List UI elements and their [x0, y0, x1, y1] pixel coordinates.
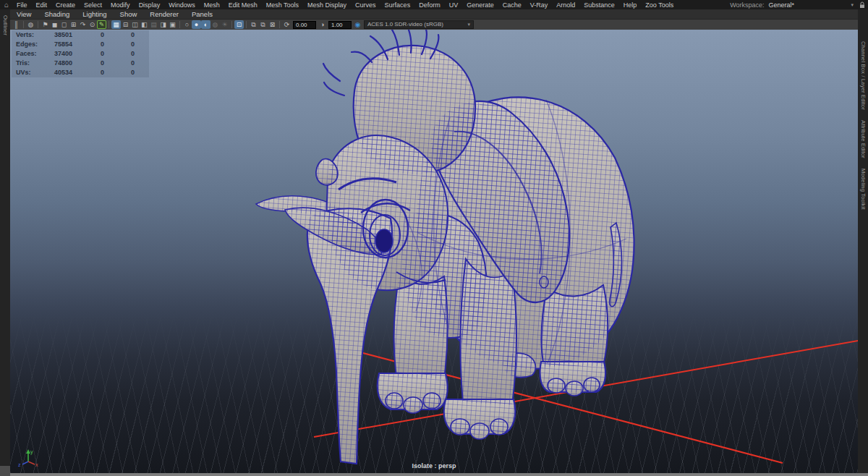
hud-selected: 0 — [72, 68, 104, 77]
shaded-display-icon[interactable]: ● — [192, 20, 201, 29]
panel-menu-lighting[interactable]: Lighting — [76, 10, 113, 18]
select-object-icon[interactable]: ◼ — [50, 20, 59, 29]
menu-generate[interactable]: Generate — [462, 1, 498, 9]
layout-four-pane-icon[interactable]: ⊟ — [121, 20, 130, 29]
bottom-left-corner-button[interactable] — [0, 466, 10, 476]
view-transform-dropdown[interactable]: ACES 1.0 SDR-video (sRGB) ▾ — [364, 20, 474, 29]
menu-cache[interactable]: Cache — [498, 1, 526, 9]
tab-modeling-toolkit[interactable]: Modeling Toolkit — [860, 169, 867, 210]
menu-help[interactable]: Help — [619, 1, 642, 9]
y-axis-label: y — [30, 449, 33, 455]
hud-label: UVs: — [12, 68, 45, 77]
x-axis-label: x — [35, 462, 38, 467]
toolbar-separator — [279, 21, 280, 28]
elephant-wireframe-model — [10, 30, 858, 473]
textured-display-icon[interactable]: ◐ — [201, 20, 210, 29]
exposure-field[interactable]: 0.00 — [293, 21, 316, 29]
hud-total: 75854 — [45, 40, 72, 49]
workspace-lock-icon[interactable] — [859, 1, 865, 9]
gamma-field[interactable]: 1.00 — [328, 21, 352, 29]
layout-single-pane-icon[interactable]: ▦ — [111, 20, 121, 29]
select-hierarchy-icon[interactable]: ⚑ — [41, 20, 50, 29]
tab-channel-box[interactable]: Channel Box / Layer Editor — [860, 41, 867, 110]
gamma-icon[interactable]: ◑ — [318, 20, 327, 29]
modeling-toolkit-toggle-icon[interactable]: ✎ — [97, 20, 106, 29]
menu-uv[interactable]: UV — [445, 1, 463, 9]
hud-label: Edges: — [12, 40, 45, 49]
menu-windows[interactable]: Windows — [164, 1, 200, 9]
toolbar-separator — [23, 21, 24, 28]
menu-arnold[interactable]: Arnold — [552, 1, 579, 9]
layout-persp-outliner-icon[interactable]: ◨ — [158, 20, 168, 29]
select-component-icon[interactable]: ◻ — [59, 20, 69, 29]
menu-vray[interactable]: V-Ray — [526, 1, 553, 9]
menu-mesh-display[interactable]: Mesh Display — [303, 1, 351, 9]
hud-label: Verts: — [12, 30, 45, 40]
layout-outliner-pane-icon[interactable]: ◧ — [140, 20, 149, 29]
snap-curve-icon[interactable]: ↷ — [78, 20, 88, 29]
hud-total: 37400 — [45, 49, 72, 59]
material-display-icon[interactable]: ◍ — [210, 20, 220, 29]
exposure-icon[interactable]: ⟳ — [282, 20, 292, 29]
panel-menu-view[interactable]: View — [10, 10, 38, 18]
menu-surfaces[interactable]: Surfaces — [380, 1, 415, 9]
panel-menu-bar: View Shading Lighting Show Renderer Pane… — [10, 9, 858, 20]
viewport-toolbar: ║ ◍ ⚑ ◼ ◻ ⊞ ↷ ⊙ ✎ ▦ ⊟ ◫ ◧ ▤ ◨ ▣ ○ ● ◐ ◍ … — [10, 20, 858, 30]
selection-mask-icon[interactable]: ◍ — [26, 20, 35, 29]
view-transform-value: ACES 1.0 SDR-video (sRGB) — [367, 21, 443, 28]
menu-create[interactable]: Create — [51, 1, 80, 9]
wireframe-display-icon[interactable]: ○ — [182, 20, 192, 29]
hud-selected2: 0 — [104, 49, 135, 59]
snap-point-icon[interactable]: ⊙ — [88, 20, 97, 29]
color-management-icon[interactable]: ◉ — [353, 20, 362, 29]
hud-label: Faces: — [12, 49, 45, 59]
isolate-status-label: Isolate : persp — [412, 462, 456, 469]
panel-menu-shading[interactable]: Shading — [38, 10, 76, 18]
menu-mesh-tools[interactable]: Mesh Tools — [262, 1, 303, 9]
hud-selected: 0 — [72, 59, 104, 68]
snap-grid-icon[interactable]: ⊞ — [69, 20, 78, 29]
chevron-down-icon[interactable]: ▾ — [851, 2, 854, 8]
hud-row-uvs: UVs: 40534 0 0 — [12, 68, 149, 77]
hud-total: 40534 — [45, 68, 72, 77]
menu-modify[interactable]: Modify — [106, 1, 135, 9]
menu-edit[interactable]: Edit — [32, 1, 52, 9]
paste-icon[interactable]: ⧉ — [258, 20, 268, 29]
menu-zoo-tools[interactable]: Zoo Tools — [641, 1, 678, 9]
left-panel-strip: Outliner — [0, 9, 10, 473]
hud-label: Tris: — [12, 59, 45, 68]
hud-selected: 0 — [72, 30, 104, 40]
hud-selected2: 0 — [104, 40, 135, 49]
duplicate-icon[interactable]: ⧉ — [249, 20, 258, 29]
view-axis-gizmo[interactable]: y x z — [17, 447, 39, 467]
isolate-select-icon[interactable]: ⊡ — [234, 20, 244, 29]
workspace-selector[interactable]: General* — [768, 1, 848, 9]
region-select-icon[interactable]: ⊠ — [268, 20, 277, 29]
menu-display[interactable]: Display — [135, 1, 165, 9]
layout-hypergraph-icon[interactable]: ▤ — [149, 20, 158, 29]
hud-row-tris: Tris: 74800 0 0 — [12, 59, 149, 68]
right-panel-strip: Channel Box / Layer Editor Attribute Edi… — [858, 9, 868, 473]
tab-outliner[interactable]: Outliner — [2, 15, 9, 35]
panel-menu-renderer[interactable]: Renderer — [143, 10, 185, 18]
toolbar-separator — [179, 21, 180, 28]
tab-attribute-editor[interactable]: Attribute Editor — [860, 120, 867, 158]
menu-mesh[interactable]: Mesh — [200, 1, 224, 9]
layout-two-pane-icon[interactable]: ◫ — [130, 20, 140, 29]
hud-row-faces: Faces: 37400 0 0 — [12, 49, 149, 59]
lighting-display-icon[interactable]: ☀ — [220, 20, 229, 29]
layout-uv-editor-icon[interactable]: ▣ — [168, 20, 177, 29]
menu-edit-mesh[interactable]: Edit Mesh — [224, 1, 262, 9]
panel-menu-show[interactable]: Show — [114, 10, 144, 18]
menu-select[interactable]: Select — [80, 1, 106, 9]
panel-menu-panels[interactable]: Panels — [185, 10, 219, 18]
menu-deform[interactable]: Deform — [414, 1, 445, 9]
viewport-3d[interactable]: Verts: 38501 0 0 Edges: 75854 0 0 Faces:… — [10, 30, 858, 473]
drag-handle-icon[interactable]: ║ — [12, 20, 21, 29]
home-icon[interactable]: ⌂ — [0, 1, 12, 9]
menu-substance[interactable]: Substance — [579, 1, 619, 9]
workspace-label: Workspace: — [730, 1, 764, 9]
menu-file[interactable]: File — [12, 1, 32, 9]
hud-selected2: 0 — [104, 30, 135, 40]
menu-curves[interactable]: Curves — [351, 1, 380, 9]
